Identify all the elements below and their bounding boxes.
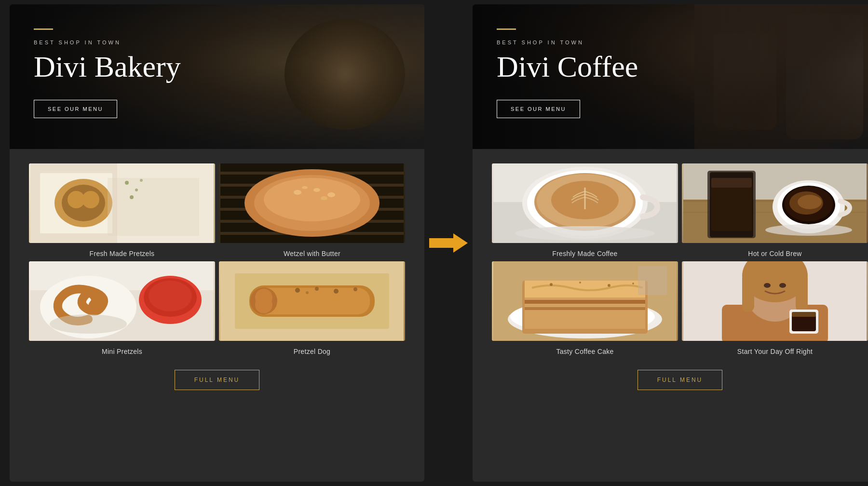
svg-rect-91 [742,273,754,312]
right-menu-button-container: FULL MENU [492,355,868,400]
right-product-grid: Freshly Made Coffee [492,163,868,355]
svg-point-6 [82,191,99,208]
svg-rect-77 [525,300,645,304]
arrow-container [424,233,473,253]
product-image-wetzel [219,163,405,243]
product-image-coffee-latte [492,163,678,243]
list-item: Wetzel with Butter [219,163,405,257]
left-see-menu-button[interactable]: SEE OUR MENU [34,100,117,118]
list-item: Start Your Day Off Right [682,261,868,355]
list-item: Mini Pretzels [29,261,215,355]
direction-arrow [429,233,468,253]
product-label-person-coffee: Start Your Day Off Right [737,348,813,355]
list-item: Pretzel Dog [219,261,405,355]
product-label-cold-brew: Hot or Cold Brew [748,250,801,257]
svg-rect-79 [525,281,645,297]
right-hero: BEST SHOP IN TOWN Divi Coffee SEE OUR ME… [473,4,868,149]
product-label-pretzel-fresh: Fresh Made Pretzels [90,250,155,257]
product-image-pretzel-fresh [29,163,215,243]
left-hero: BEST SHOP IN TOWN Divi Bakery SEE OUR ME… [10,4,424,149]
svg-point-34 [50,314,127,334]
right-panel: BEST SHOP IN TOWN Divi Coffee SEE OUR ME… [473,4,868,482]
product-image-cold-brew [682,163,868,243]
svg-point-24 [313,188,320,192]
svg-rect-97 [792,312,816,317]
product-label-wetzel: Wetzel with Butter [284,250,340,257]
svg-point-82 [608,284,610,287]
svg-point-94 [779,283,786,288]
svg-point-22 [264,178,360,221]
left-product-grid: Fresh Made Pretzels [29,163,405,355]
svg-point-23 [294,190,301,195]
svg-point-81 [579,282,581,284]
right-hero-content: BEST SHOP IN TOWN Divi Coffee SEE OUR ME… [473,4,868,149]
svg-point-44 [334,289,339,294]
svg-point-43 [315,287,319,291]
svg-point-46 [306,291,309,294]
product-label-coffee-cake: Tasty Coffee Cake [556,348,613,355]
product-image-person-coffee [682,261,868,341]
svg-point-70 [798,195,822,209]
svg-rect-92 [796,273,808,312]
svg-point-71 [765,224,852,236]
svg-rect-11 [108,178,199,236]
right-hero-title: Divi Coffee [497,50,863,83]
svg-point-33 [149,281,192,311]
svg-point-26 [302,186,308,189]
svg-point-80 [550,283,553,286]
product-label-coffee-latte: Freshly Made Coffee [552,250,617,257]
left-menu-button-container: FULL MENU [29,355,405,400]
left-panel: BEST SHOP IN TOWN Divi Bakery SEE OUR ME… [10,4,424,482]
right-full-menu-button[interactable]: FULL MENU [637,370,723,390]
list-item: Tasty Coffee Cake [492,261,678,355]
list-item: Freshly Made Coffee [492,163,678,257]
left-hero-content: BEST SHOP IN TOWN Divi Bakery SEE OUR ME… [10,4,424,149]
svg-point-41 [255,296,272,313]
right-accent-line [497,28,516,30]
svg-point-42 [295,288,300,293]
product-label-mini-pretzel: Mini Pretzels [102,348,142,355]
product-image-pretzel-dog [219,261,405,341]
svg-point-93 [764,283,771,288]
product-image-coffee-cake [492,261,678,341]
svg-point-45 [353,287,357,291]
product-label-pretzel-dog: Pretzel Dog [294,348,330,355]
svg-point-55 [515,226,655,241]
right-hero-subtitle: BEST SHOP IN TOWN [497,40,863,45]
right-see-menu-button[interactable]: SEE OUR MENU [497,100,580,118]
svg-point-27 [321,196,327,200]
left-hero-subtitle: BEST SHOP IN TOWN [34,40,400,45]
product-image-mini-pretzel [29,261,215,341]
list-item: Fresh Made Pretzels [29,163,215,257]
svg-rect-78 [525,307,645,310]
left-hero-title: Divi Bakery [34,50,400,83]
left-full-menu-button[interactable]: FULL MENU [175,370,260,390]
main-container: BEST SHOP IN TOWN Divi Bakery SEE OUR ME… [0,0,868,486]
right-grid-section: Freshly Made Coffee [473,149,868,414]
svg-marker-47 [429,233,468,253]
svg-rect-84 [638,266,667,295]
svg-point-25 [327,192,335,197]
svg-rect-64 [711,178,752,188]
left-grid-section: Fresh Made Pretzels [10,149,424,414]
svg-point-83 [632,283,634,284]
list-item: Hot or Cold Brew [682,163,868,257]
left-accent-line [34,28,53,30]
